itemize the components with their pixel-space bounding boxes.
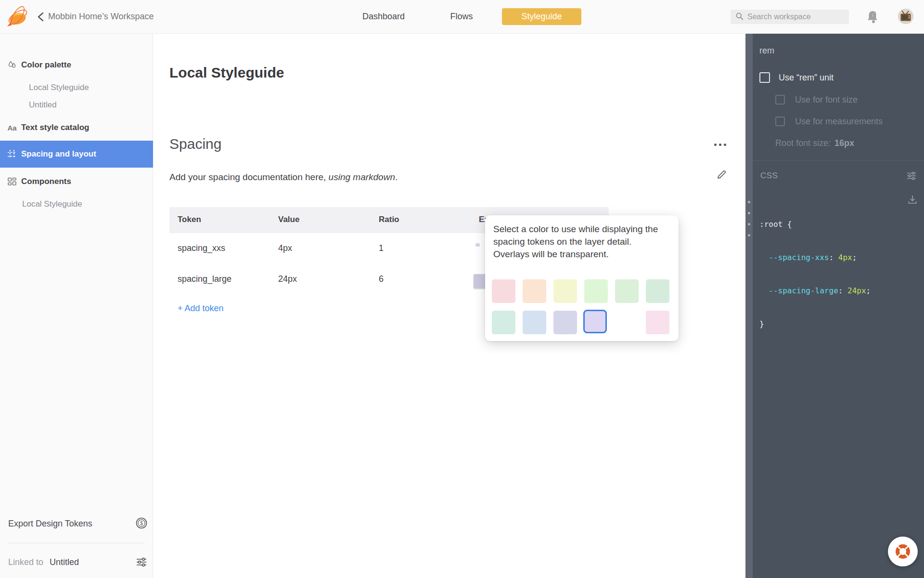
link-settings-sliders-icon[interactable] <box>135 556 148 568</box>
css-settings-sliders-icon[interactable] <box>906 170 917 182</box>
download-css-icon[interactable] <box>907 194 918 206</box>
panel-title-rem: rem <box>759 46 774 56</box>
rem-settings-panel: rem Use “rem” unit Use for font size Use… <box>753 34 924 578</box>
code-line: :root { <box>759 219 871 230</box>
color-swatch-rose[interactable] <box>646 311 669 334</box>
sidebar-item-components[interactable]: Components <box>0 173 153 190</box>
example-swatch-xxs <box>475 243 480 247</box>
search-input[interactable] <box>747 13 844 21</box>
gutter-dot <box>748 234 750 236</box>
linked-to-row[interactable]: Linked to Untitled <box>0 554 153 571</box>
gutter-dot <box>748 201 750 203</box>
color-swatch-teal[interactable] <box>492 311 515 334</box>
color-swatch-green[interactable] <box>584 279 608 303</box>
tab-dashboard[interactable]: Dashboard <box>362 12 405 22</box>
section-description: Add your spacing documentation here, usi… <box>169 172 398 183</box>
color-swatch-yellow[interactable] <box>553 279 577 303</box>
sidebar-item-text-style-catalog[interactable]: Aa Text style catalog <box>0 119 153 136</box>
droplets-icon <box>7 60 17 70</box>
use-for-font-size-label: Use for font size <box>795 95 858 105</box>
workspace-title: Mobbin Home’s Workspace <box>48 12 154 22</box>
sidebar-item-spacing-and-layout[interactable]: Spacing and layout <box>0 141 153 168</box>
help-lifebuoy-button[interactable] <box>888 537 918 566</box>
section-menu-dots-icon[interactable] <box>714 141 731 148</box>
add-token-button[interactable]: + Add token <box>178 303 224 314</box>
tab-flows[interactable]: Flows <box>450 12 473 22</box>
token-coin-icon: $ <box>135 517 148 529</box>
section-title-spacing: Spacing <box>169 136 221 152</box>
popover-description: Select a color to use while displaying t… <box>493 223 658 261</box>
use-rem-label: Use “rem” unit <box>779 73 834 83</box>
root-font-size: Root font size:16px <box>775 138 854 148</box>
sidebar-item-color-palette[interactable]: Color palette <box>0 56 153 74</box>
code-line: } <box>759 318 871 329</box>
edit-pencil-icon[interactable] <box>716 169 728 180</box>
user-avatar[interactable] <box>898 9 913 24</box>
notifications-bell-icon[interactable] <box>866 10 879 24</box>
panel-resize-gutter[interactable] <box>745 34 753 578</box>
components-icon <box>7 176 17 187</box>
app-window: Mobbin Home’s Workspace Dashboard Flows … <box>0 0 924 578</box>
sidebar-item-local-styleguide-colors[interactable]: Local Styleguide <box>29 83 89 92</box>
code-line: --spacing-xxs: 4px; <box>759 252 871 263</box>
gutter-dot <box>748 212 750 214</box>
svg-text:$: $ <box>140 521 143 526</box>
code-line: --spacing-large: 24px; <box>759 285 871 296</box>
gutter-dot <box>748 223 750 225</box>
use-for-measurements-label: Use for measurements <box>795 117 883 127</box>
color-swatch-peach[interactable] <box>523 279 546 303</box>
text-style-icon: Aa <box>7 122 17 133</box>
lifebuoy-icon <box>894 542 912 561</box>
css-code-block: :root { --spacing-xxs: 4px; --spacing-la… <box>759 197 871 352</box>
search-icon <box>735 12 744 22</box>
use-for-font-size-checkbox[interactable] <box>775 95 785 105</box>
sidebar-item-untitled[interactable]: Untitled <box>29 100 57 110</box>
tab-styleguide[interactable]: Styleguide <box>502 8 581 25</box>
color-swatch-blue[interactable] <box>523 311 546 334</box>
page-title: Local Styleguide <box>169 65 284 81</box>
color-swatch-purple-selected[interactable] <box>583 310 607 333</box>
back-chevron-icon[interactable] <box>37 12 45 22</box>
color-swatch-mint[interactable] <box>646 279 669 303</box>
color-swatch-lavender[interactable] <box>553 311 577 334</box>
css-section-label: CSS <box>760 171 778 181</box>
spacing-layout-icon <box>7 149 17 159</box>
panel-divider <box>753 160 924 161</box>
color-swatch-softgreen[interactable] <box>615 279 639 303</box>
sidebar-divider <box>8 543 145 543</box>
top-bar: Mobbin Home’s Workspace Dashboard Flows … <box>0 0 924 34</box>
use-rem-checkbox[interactable] <box>759 72 770 83</box>
use-for-measurements-checkbox[interactable] <box>775 117 785 126</box>
sidebar-item-local-styleguide-components[interactable]: Local Styleguide <box>22 199 82 209</box>
overlay-color-popover: Select a color to use while displaying t… <box>485 215 679 341</box>
color-swatch-pink[interactable] <box>492 279 515 303</box>
export-design-tokens-button[interactable]: Export Design Tokens $ <box>0 515 153 533</box>
zeplin-logo-icon[interactable] <box>6 5 29 29</box>
sidebar: Color palette Local Styleguide Untitled … <box>0 34 153 578</box>
search-box[interactable] <box>731 10 849 24</box>
